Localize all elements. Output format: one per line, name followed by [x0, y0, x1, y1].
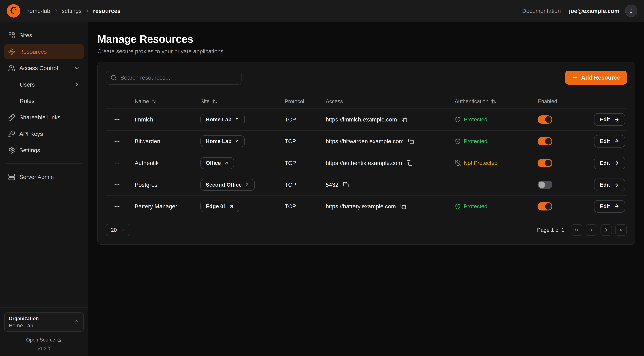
chevron-down-icon: [74, 65, 80, 71]
sidebar-item-shareable-links[interactable]: Shareable Links: [4, 110, 84, 125]
copy-button[interactable]: [400, 203, 407, 210]
copy-button[interactable]: [342, 181, 350, 188]
chevron-right-icon: [54, 8, 58, 14]
chevron-left-icon: [589, 227, 594, 233]
sidebar-item-server-admin[interactable]: Server Admin: [4, 170, 84, 184]
enabled-toggle[interactable]: [538, 137, 552, 146]
organization-value: Home Lab: [8, 322, 70, 329]
auth-status: Protected: [464, 116, 488, 123]
sidebar-item-users[interactable]: Users: [4, 77, 84, 92]
site-link-button[interactable]: Edge 01: [200, 200, 239, 212]
page-size-select[interactable]: 20: [106, 224, 130, 236]
row-menu-button[interactable]: [112, 180, 122, 190]
table-row: PostgresSecond OfficeTCP5432-Edit: [106, 174, 627, 196]
toggle-knob: [545, 203, 552, 210]
sidebar-item-api-keys[interactable]: API Keys: [4, 126, 84, 141]
first-page-button[interactable]: [571, 224, 582, 236]
copy-button[interactable]: [400, 116, 408, 123]
sidebar: Sites Resources Access Control Users Rol: [0, 22, 88, 356]
search-icon: [110, 74, 117, 81]
site-name: Home Lab: [206, 138, 232, 144]
pagination: Page 1 of 1: [537, 224, 627, 236]
key-icon: [8, 130, 15, 137]
sort-icon: [152, 99, 157, 104]
site-link-button[interactable]: Home Lab: [200, 136, 245, 147]
search-box: [106, 70, 242, 84]
copy-button[interactable]: [407, 138, 415, 145]
sidebar-item-sites[interactable]: Sites: [4, 28, 84, 43]
sidebar-item-label: Users: [20, 81, 35, 88]
resource-name: Postgres: [135, 182, 157, 188]
shield-check-icon: [455, 203, 461, 210]
pangolin-logo[interactable]: [6, 4, 20, 18]
column-header-authentication[interactable]: Authentication: [448, 98, 531, 104]
add-resource-button[interactable]: Add Resource: [565, 70, 627, 84]
resource-access: https://immich.example.com: [326, 116, 397, 123]
breadcrumb-settings[interactable]: settings: [62, 8, 82, 14]
column-header-name[interactable]: Name: [128, 98, 194, 104]
breadcrumb: home-lab settings resources: [26, 8, 120, 14]
open-source-link[interactable]: Open Source: [4, 337, 84, 343]
resource-access: 5432: [326, 182, 338, 188]
sidebar-item-roles[interactable]: Roles: [4, 94, 84, 108]
row-menu-button[interactable]: [112, 158, 122, 168]
enabled-toggle[interactable]: [538, 116, 552, 124]
resource-protocol: TCP: [284, 203, 296, 210]
row-menu-button[interactable]: [112, 115, 122, 124]
enabled-toggle[interactable]: [538, 202, 552, 210]
site-link-button[interactable]: Office: [200, 157, 234, 169]
search-input[interactable]: [106, 70, 242, 84]
main-content: Manage Resources Create secure proxies t…: [88, 22, 644, 356]
sort-icon: [212, 99, 218, 104]
gear-icon: [8, 147, 15, 154]
site-link-button[interactable]: Home Lab: [200, 114, 245, 126]
user-avatar[interactable]: J: [625, 5, 638, 17]
sidebar-item-access-control[interactable]: Access Control: [4, 61, 84, 76]
arrow-right-icon: [614, 117, 620, 122]
copy-icon: [408, 138, 414, 144]
copy-icon: [400, 204, 406, 209]
sidebar-item-resources[interactable]: Resources: [4, 44, 84, 59]
documentation-link[interactable]: Documentation: [522, 8, 561, 14]
site-link-button[interactable]: Second Office: [200, 179, 255, 191]
shield-check-icon: [455, 116, 461, 122]
plus-icon: [572, 74, 578, 81]
edit-label: Edit: [600, 116, 610, 122]
enabled-toggle[interactable]: [538, 181, 552, 189]
breadcrumb-resources: resources: [93, 8, 120, 14]
edit-button[interactable]: Edit: [594, 113, 625, 126]
table-row: ImmichHome LabTCPhttps://immich.example.…: [106, 108, 627, 130]
resource-protocol: TCP: [284, 160, 296, 166]
column-header-site[interactable]: Site: [194, 98, 278, 104]
sidebar-item-settings[interactable]: Settings: [4, 143, 84, 158]
next-page-button[interactable]: [600, 224, 612, 236]
row-menu-button[interactable]: [112, 202, 122, 211]
sidebar-item-label: Resources: [19, 48, 47, 55]
edit-button[interactable]: Edit: [594, 135, 625, 148]
column-header-enabled: Enabled: [531, 98, 587, 104]
add-resource-label: Add Resource: [581, 74, 620, 81]
breadcrumb-home-lab[interactable]: home-lab: [26, 8, 50, 14]
edit-button[interactable]: Edit: [594, 178, 625, 191]
version-label: v1.3.0: [4, 346, 84, 351]
copy-button[interactable]: [406, 159, 413, 167]
edit-label: Edit: [600, 182, 610, 188]
users-icon: [8, 65, 15, 72]
chevron-down-icon: [120, 228, 126, 232]
page-size-value: 20: [111, 227, 117, 233]
site-name: Home Lab: [206, 116, 232, 122]
card-toolbar: Add Resource: [106, 70, 627, 84]
edit-button[interactable]: Edit: [594, 200, 625, 213]
enabled-toggle[interactable]: [538, 159, 552, 167]
previous-page-button[interactable]: [586, 224, 597, 236]
auth-status: Not Protected: [464, 160, 498, 166]
organization-selector[interactable]: Organization Home Lab: [4, 312, 84, 332]
edit-button[interactable]: Edit: [594, 157, 625, 170]
last-page-button[interactable]: [615, 224, 627, 236]
copy-icon: [402, 117, 407, 122]
app-window: home-lab settings resources Documentatio…: [0, 0, 644, 356]
row-menu-button[interactable]: [112, 136, 122, 146]
toggle-knob: [545, 160, 552, 166]
user-email: joe@example.com: [569, 8, 619, 14]
site-name: Edge 01: [206, 203, 226, 210]
